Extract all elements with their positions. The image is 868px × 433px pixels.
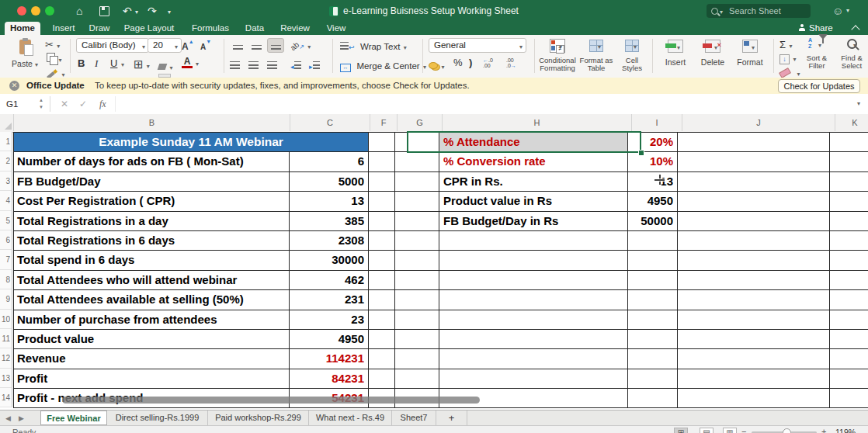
row-header-9[interactable]: 9	[0, 289, 12, 309]
cell-F11[interactable]	[369, 330, 395, 349]
tab-review[interactable]: Review	[275, 22, 315, 35]
cancel-entry-icon[interactable]: ✕	[61, 94, 68, 114]
cell-H8[interactable]	[439, 271, 628, 290]
add-sheet-button[interactable]: +	[436, 410, 467, 426]
normal-view-icon[interactable]: ⊞	[674, 428, 688, 433]
sheet-tab-sheet7[interactable]: Sheet7	[392, 410, 436, 426]
cell-styles-button[interactable]: ▾ Cell Styles	[616, 37, 648, 72]
row-header-14[interactable]: 14	[0, 388, 12, 407]
cell-F6[interactable]	[369, 231, 395, 251]
cell-B3[interactable]: FB Budget/Day	[14, 172, 290, 192]
cell-H11[interactable]	[439, 330, 628, 349]
autosum-button[interactable]: Σ ▾	[779, 37, 793, 51]
cell-G2[interactable]	[395, 152, 439, 171]
align-left-button[interactable]	[230, 58, 240, 72]
cell-H10[interactable]	[439, 310, 628, 330]
cell-H7[interactable]	[439, 251, 628, 270]
cell-F13[interactable]	[369, 369, 395, 389]
cell-I6[interactable]	[628, 231, 678, 251]
cell-C11[interactable]: 4950	[290, 330, 369, 349]
cell-I8[interactable]	[628, 271, 678, 290]
cell-I5[interactable]: 50000	[628, 212, 678, 231]
cell-J2[interactable]	[678, 152, 830, 171]
name-box-stepper[interactable]: ▲▼	[39, 97, 43, 111]
percent-style-button[interactable]: %	[453, 57, 463, 68]
zoom-window-button[interactable]	[45, 6, 54, 16]
cell-B4[interactable]: Cost Per Registration ( CPR)	[14, 192, 290, 211]
cell-C3[interactable]: 5000	[290, 172, 369, 192]
save-icon[interactable]	[99, 6, 109, 16]
cell-H5[interactable]: FB Budget/Day in Rs	[439, 212, 628, 231]
cell-F9[interactable]	[369, 290, 395, 310]
cell-G8[interactable]	[395, 271, 439, 290]
align-bottom-button[interactable]	[267, 38, 284, 53]
cell-B11[interactable]: Product value	[14, 330, 290, 349]
cell-F2[interactable]	[369, 152, 395, 171]
paste-button[interactable]: Paste ▾	[9, 38, 40, 68]
cell-K11[interactable]	[830, 330, 868, 349]
align-center-button[interactable]	[248, 58, 259, 72]
cell-I13[interactable]	[628, 369, 678, 389]
underline-button[interactable]: U	[110, 57, 117, 69]
find-select-button[interactable]: ▾ Find & Select	[837, 37, 866, 70]
cell-G3[interactable]	[395, 172, 439, 192]
cell-J13[interactable]	[678, 369, 830, 389]
cell-J7[interactable]	[678, 251, 830, 270]
select-all-corner[interactable]	[0, 114, 14, 131]
tab-view[interactable]: View	[320, 22, 352, 35]
cell-B12[interactable]: Revenue	[14, 349, 290, 369]
column-header-H[interactable]: H	[443, 114, 632, 131]
cell-J4[interactable]	[678, 192, 830, 211]
sheet-tab-what-next[interactable]: What next - Rs.49	[309, 410, 392, 426]
cell-J11[interactable]	[678, 330, 830, 349]
cell-F7[interactable]	[369, 251, 395, 270]
increase-indent-button[interactable]: ▸	[309, 58, 320, 72]
fill-button[interactable]: ↓ ▾	[779, 50, 796, 64]
increase-decimal-button[interactable]: ←.0 .00	[483, 57, 502, 68]
cell-K8[interactable]	[830, 271, 868, 290]
cell-B2[interactable]: Number of days for ads on FB ( Mon-Sat)	[14, 152, 290, 171]
cell-K12[interactable]	[830, 349, 868, 369]
cell-B7[interactable]: Total spend in 6 days	[14, 251, 290, 270]
cell-B5[interactable]: Total Registrations in a day	[14, 212, 290, 231]
font-size-combo[interactable]: 20	[148, 38, 182, 53]
dismiss-update-icon[interactable]: ✕	[9, 81, 19, 91]
cell-H12[interactable]	[439, 349, 628, 369]
cell-I11[interactable]	[628, 330, 678, 349]
row-header-6[interactable]: 6	[0, 230, 12, 250]
column-header-C[interactable]: C	[290, 114, 370, 131]
cell-F3[interactable]	[369, 172, 395, 192]
insert-cells-button[interactable]: ▾ Insert	[658, 37, 693, 67]
formula-bar-dropdown-icon[interactable]: ▾	[857, 100, 860, 107]
minimize-window-button[interactable]	[31, 6, 40, 16]
cell-H6[interactable]	[439, 231, 628, 251]
row-header-5[interactable]: 5	[0, 211, 12, 230]
row-header-3[interactable]: 3	[0, 171, 12, 191]
cell-B6[interactable]: Total Registrations in 6 days	[14, 231, 290, 251]
delete-cells-button[interactable]: × ▾ Delete	[696, 37, 730, 67]
decrease-decimal-button[interactable]: .00 .0→	[506, 57, 525, 68]
cell-J14[interactable]	[678, 389, 830, 408]
cell-J10[interactable]	[678, 310, 830, 330]
decrease-indent-button[interactable]: ◂	[290, 58, 301, 72]
cell-B10[interactable]: Number of purchase from attendees	[14, 310, 290, 330]
cell-G11[interactable]	[395, 330, 439, 349]
tab-draw[interactable]: Draw	[84, 22, 115, 35]
sheet-tab-free-webinar[interactable]: Free Webinar	[40, 410, 107, 425]
tab-page-layout[interactable]: Page Layout	[118, 22, 180, 35]
cell-G6[interactable]	[395, 231, 439, 251]
sheet-nav-right-icon[interactable]: ▶	[19, 410, 24, 426]
font-name-combo[interactable]: Calibri (Body)	[76, 38, 149, 53]
cell-K13[interactable]	[830, 369, 868, 389]
cell-I3[interactable]: 13	[628, 172, 678, 192]
align-middle-button[interactable]	[248, 39, 264, 51]
cut-button[interactable]: ✂ ▾	[45, 37, 60, 51]
check-for-updates-button[interactable]: Check for Updates	[778, 79, 860, 93]
sort-filter-button[interactable]: A Z ▾ Sort & Filter	[801, 37, 832, 70]
cell-F5[interactable]	[369, 212, 395, 231]
zoom-level[interactable]: 119%	[835, 428, 856, 433]
cell-B8[interactable]: Total Attendees who will attend webinar	[14, 271, 290, 290]
currency-button[interactable]: ▾	[429, 58, 444, 72]
align-right-button[interactable]	[267, 58, 277, 72]
cell-G7[interactable]	[395, 251, 439, 270]
